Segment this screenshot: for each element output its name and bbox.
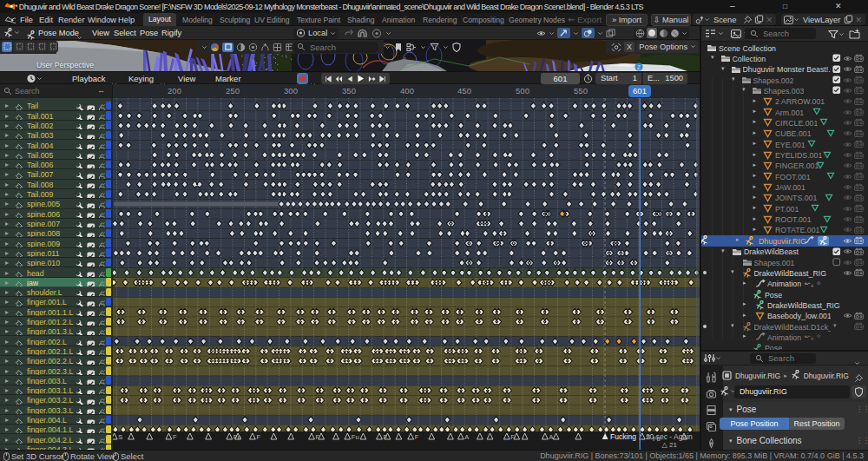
svg-text:F: F [415,433,419,441]
svg-text:20 sec - Again: 20 sec - Again [646,432,693,441]
svg-text:Z: Z [637,64,641,70]
svg-text:F: F [173,433,177,441]
svg-text:A: A [464,433,469,441]
svg-text:Fucking: Fucking [610,432,636,441]
svg-text:△ 21: △ 21 [662,441,678,449]
svg-text:Fu: Fu [352,433,359,441]
svg-text:S: S [118,433,122,441]
svg-text:F: F [256,433,260,441]
